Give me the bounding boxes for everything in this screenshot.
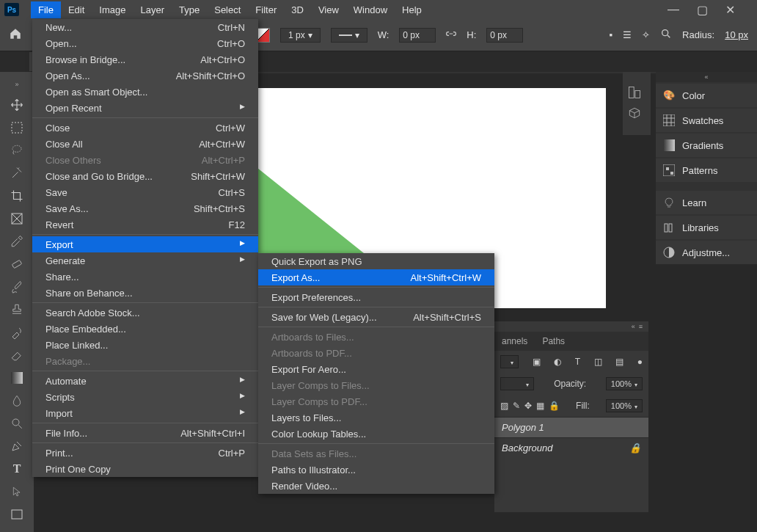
file-menu-item[interactable]: Export▶ [32,236,258,252]
file-menu-item[interactable]: Open As...Alt+Shift+Ctrl+O [32,68,258,84]
file-menu-item[interactable]: Place Embedded... [32,321,258,337]
file-menu-item[interactable]: Save As...Shift+Ctrl+S [32,200,258,216]
eraser-tool-icon[interactable] [10,348,24,362]
filter-shape-icon[interactable]: ◫ [594,357,602,367]
pen-tool-icon[interactable] [10,439,24,453]
menu-view[interactable]: View [311,1,346,18]
file-menu-item[interactable]: Print...Ctrl+P [32,445,258,461]
stroke-size-dropdown[interactable]: 1 px▾ [280,28,321,43]
eyedropper-tool-icon[interactable] [10,234,24,249]
heal-tool-icon[interactable] [10,257,24,272]
file-menu-item[interactable]: Close and Go to Bridge...Shift+Ctrl+W [32,168,258,184]
menu-edit[interactable]: Edit [61,1,92,18]
blur-tool-icon[interactable] [10,393,24,408]
panel-gradients[interactable]: Gradients [656,134,757,157]
dock-properties-icon[interactable] [627,85,643,101]
stroke-style-dropdown[interactable]: ▾ [331,28,367,43]
filter-adjustment-icon[interactable]: ◐ [554,357,561,367]
brush-tool-icon[interactable] [10,280,24,294]
layer-kind-filter[interactable] [500,355,519,368]
file-menu-item[interactable]: Scripts▶ [32,389,258,405]
panel-patterns[interactable]: Patterns [656,158,757,182]
right-panel-collapse-icon[interactable]: « [656,72,757,82]
close-icon[interactable]: ✕ [725,3,735,17]
blend-mode-dropdown[interactable] [500,377,534,390]
filter-smart-icon[interactable]: ▤ [615,357,623,367]
opacity-input[interactable]: 100% [606,377,643,390]
file-menu-item[interactable]: Place Linked... [32,337,258,353]
tab-channels[interactable]: annels [494,332,535,351]
export-menu-item[interactable]: Layers to Files... [258,409,494,426]
marquee-tool-icon[interactable] [10,120,24,135]
export-menu-item[interactable]: Color Lookup Tables... [258,426,494,442]
file-menu-item[interactable]: Browse in Bridge...Alt+Ctrl+O [32,51,258,68]
export-menu-item[interactable]: Export As...Alt+Shift+Ctrl+W [258,269,494,285]
file-menu-item[interactable]: Import▶ [32,405,258,421]
toolbar-collapse-icon[interactable]: » [0,79,34,90]
fill-input[interactable]: 100% [606,399,643,412]
height-input[interactable] [486,28,523,43]
radius-value[interactable]: 10 px [725,29,748,40]
menu-3d[interactable]: 3D [284,1,311,18]
menu-select[interactable]: Select [207,1,248,18]
menu-layer[interactable]: Layer [134,1,172,18]
menu-file[interactable]: File [31,1,61,18]
panel-color[interactable]: 🎨Color [656,84,757,107]
align-icon[interactable]: ▪ [610,29,613,40]
type-tool-icon[interactable]: T [10,462,24,476]
panel-libraries[interactable]: Libraries [656,216,757,239]
home-icon[interactable] [9,27,22,43]
menu-help[interactable]: Help [395,1,429,18]
file-menu-item[interactable]: Open...Ctrl+O [32,35,258,51]
arrange-icon[interactable]: ☰ [623,29,632,40]
file-menu-item[interactable]: File Info...Alt+Shift+Ctrl+I [32,425,258,441]
frame-tool-icon[interactable] [10,211,24,226]
panel-learn[interactable]: Learn [656,191,757,214]
file-menu-item[interactable]: RevertF12 [32,216,258,233]
menu-type[interactable]: Type [172,1,207,18]
export-menu-item[interactable]: Export For Aero... [258,361,494,377]
path-select-tool-icon[interactable] [10,484,24,499]
panel-swatches[interactable]: Swatches [656,109,757,132]
dock-3d-icon[interactable] [627,106,643,122]
file-menu-item[interactable]: Print One Copy [32,461,258,477]
file-menu-item[interactable]: Share... [32,269,258,285]
search-icon[interactable] [660,28,672,42]
export-menu-item[interactable]: Render Video... [258,478,494,494]
filter-pixel-icon[interactable]: ▣ [533,357,541,367]
stamp-tool-icon[interactable] [10,302,24,317]
file-menu-item[interactable]: Open as Smart Object... [32,84,258,100]
tab-paths[interactable]: Paths [535,332,572,351]
crop-tool-icon[interactable] [10,189,24,203]
file-menu-item[interactable]: New...Ctrl+N [32,19,258,35]
export-menu-item[interactable]: Paths to Illustrator... [258,462,494,478]
lock-all-icon[interactable]: 🔒 [549,401,560,411]
menu-window[interactable]: Window [346,1,395,18]
file-menu-item[interactable]: Share on Behance... [32,285,258,301]
minimize-icon[interactable]: — [668,3,679,17]
export-menu-item[interactable]: Quick Export as PNG [258,253,494,269]
file-menu-item[interactable]: Automate▶ [32,373,258,389]
lock-nest-icon[interactable]: ▦ [536,401,544,411]
panel-adjustments[interactable]: Adjustme... [656,241,757,264]
lasso-tool-icon[interactable] [10,143,24,158]
width-input[interactable] [399,28,436,43]
options-icon[interactable]: ✧ [642,29,650,40]
lock-icons[interactable]: ▨ ✎ ✥ ▦ 🔒 [500,401,560,411]
link-wh-icon[interactable] [446,29,456,41]
lock-pos-icon[interactable]: ✥ [524,401,532,411]
history-brush-icon[interactable] [10,325,24,340]
menu-filter[interactable]: Filter [248,1,284,18]
move-tool-icon[interactable] [10,98,24,112]
export-menu-item[interactable]: Export Preferences... [258,289,494,305]
file-menu-item[interactable]: Close AllAlt+Ctrl+W [32,136,258,152]
file-menu-item[interactable]: Open Recent▶ [32,100,258,116]
dodge-tool-icon[interactable] [10,416,24,431]
layers-collapse-icon[interactable]: « ≡ [494,321,648,332]
layer-row[interactable]: Polygon 1 [494,417,648,437]
filter-type-icon[interactable]: T [575,357,580,367]
file-menu-item[interactable]: Search Adobe Stock... [32,305,258,321]
shape-tool-icon[interactable] [10,507,24,522]
menu-image[interactable]: Image [92,1,133,18]
maximize-icon[interactable]: ▢ [697,3,708,17]
